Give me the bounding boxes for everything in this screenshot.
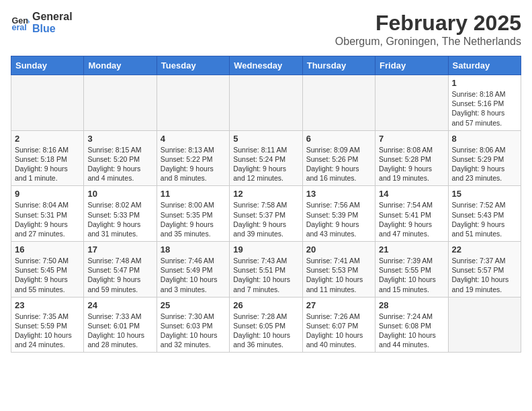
- day-info: Sunrise: 7:33 AM Sunset: 6:01 PM Dayligh…: [87, 312, 152, 350]
- day-info: Sunrise: 8:18 AM Sunset: 5:16 PM Dayligh…: [452, 89, 517, 128]
- day-info: Sunrise: 7:37 AM Sunset: 5:57 PM Dayligh…: [452, 256, 517, 294]
- calendar-week-5: 23Sunrise: 7:35 AM Sunset: 5:59 PM Dayli…: [11, 297, 521, 353]
- calendar-cell: [230, 75, 302, 131]
- day-number: 4: [161, 134, 226, 144]
- day-info: Sunrise: 8:06 AM Sunset: 5:29 PM Dayligh…: [452, 145, 517, 183]
- day-number: 14: [379, 189, 444, 199]
- day-number: 21: [379, 244, 444, 255]
- day-number: 13: [306, 189, 371, 199]
- day-header-friday: Friday: [375, 56, 448, 75]
- day-info: Sunrise: 7:24 AM Sunset: 6:08 PM Dayligh…: [379, 312, 444, 350]
- day-number: 18: [161, 244, 226, 255]
- day-info: Sunrise: 8:04 AM Sunset: 5:31 PM Dayligh…: [15, 200, 80, 238]
- day-number: 19: [233, 244, 298, 255]
- day-number: 23: [15, 300, 80, 310]
- day-number: 10: [87, 189, 152, 199]
- day-number: 6: [306, 134, 371, 144]
- day-number: 17: [87, 244, 152, 255]
- calendar-cell: 27Sunrise: 7:26 AM Sunset: 6:07 PM Dayli…: [302, 297, 375, 353]
- calendar-cell: 2Sunrise: 8:16 AM Sunset: 5:18 PM Daylig…: [11, 130, 84, 186]
- header: Gen eral General Blue February 2025 Ober…: [11, 11, 521, 48]
- day-number: 2: [15, 134, 80, 144]
- day-info: Sunrise: 7:26 AM Sunset: 6:07 PM Dayligh…: [306, 312, 371, 350]
- calendar-cell: 9Sunrise: 8:04 AM Sunset: 5:31 PM Daylig…: [11, 186, 84, 242]
- calendar-cell: 21Sunrise: 7:39 AM Sunset: 5:55 PM Dayli…: [375, 242, 448, 298]
- logo-line1: General: [32, 11, 73, 23]
- calendar-cell: 5Sunrise: 8:11 AM Sunset: 5:24 PM Daylig…: [230, 130, 302, 186]
- calendar-cell: 17Sunrise: 7:48 AM Sunset: 5:47 PM Dayli…: [84, 242, 157, 298]
- day-info: Sunrise: 7:30 AM Sunset: 6:03 PM Dayligh…: [161, 312, 226, 350]
- day-header-thursday: Thursday: [302, 56, 375, 75]
- day-info: Sunrise: 8:00 AM Sunset: 5:35 PM Dayligh…: [161, 200, 226, 238]
- day-number: 9: [15, 189, 80, 199]
- day-info: Sunrise: 7:28 AM Sunset: 6:05 PM Dayligh…: [233, 312, 298, 350]
- calendar-cell: 11Sunrise: 8:00 AM Sunset: 5:35 PM Dayli…: [157, 186, 229, 242]
- calendar-cell: 19Sunrise: 7:43 AM Sunset: 5:51 PM Dayli…: [230, 242, 302, 298]
- calendar-cell: 13Sunrise: 7:56 AM Sunset: 5:39 PM Dayli…: [302, 186, 375, 242]
- calendar-cell: 22Sunrise: 7:37 AM Sunset: 5:57 PM Dayli…: [448, 242, 521, 298]
- calendar-cell: 24Sunrise: 7:33 AM Sunset: 6:01 PM Dayli…: [84, 297, 157, 353]
- day-info: Sunrise: 7:56 AM Sunset: 5:39 PM Dayligh…: [306, 200, 371, 238]
- day-info: Sunrise: 8:13 AM Sunset: 5:22 PM Dayligh…: [161, 145, 226, 183]
- day-info: Sunrise: 7:58 AM Sunset: 5:37 PM Dayligh…: [233, 200, 298, 238]
- title-area: February 2025 Obergum, Groningen, The Ne…: [335, 11, 521, 48]
- calendar-cell: [302, 75, 375, 131]
- day-info: Sunrise: 8:08 AM Sunset: 5:28 PM Dayligh…: [379, 145, 444, 183]
- day-number: 22: [452, 244, 517, 255]
- calendar-cell: [84, 75, 157, 131]
- calendar-cell: 18Sunrise: 7:46 AM Sunset: 5:49 PM Dayli…: [157, 242, 229, 298]
- day-header-sunday: Sunday: [11, 56, 84, 75]
- day-number: 11: [161, 189, 226, 199]
- day-info: Sunrise: 7:39 AM Sunset: 5:55 PM Dayligh…: [379, 256, 444, 294]
- day-number: 24: [87, 300, 152, 310]
- day-info: Sunrise: 8:02 AM Sunset: 5:33 PM Dayligh…: [87, 200, 152, 238]
- day-number: 7: [379, 134, 444, 144]
- calendar-cell: 1Sunrise: 8:18 AM Sunset: 5:16 PM Daylig…: [448, 75, 521, 131]
- day-info: Sunrise: 7:46 AM Sunset: 5:49 PM Dayligh…: [161, 256, 226, 294]
- calendar-cell: 7Sunrise: 8:08 AM Sunset: 5:28 PM Daylig…: [375, 130, 448, 186]
- svg-text:eral: eral: [11, 23, 26, 32]
- day-info: Sunrise: 8:15 AM Sunset: 5:20 PM Dayligh…: [87, 145, 152, 183]
- day-info: Sunrise: 7:35 AM Sunset: 5:59 PM Dayligh…: [15, 312, 80, 350]
- day-number: 27: [306, 300, 371, 310]
- calendar-cell: 6Sunrise: 8:09 AM Sunset: 5:26 PM Daylig…: [302, 130, 375, 186]
- month-title: February 2025: [335, 11, 521, 36]
- calendar-week-2: 2Sunrise: 8:16 AM Sunset: 5:18 PM Daylig…: [11, 130, 521, 186]
- day-number: 26: [233, 300, 298, 310]
- day-number: 5: [233, 134, 298, 144]
- calendar-cell: 15Sunrise: 7:52 AM Sunset: 5:43 PM Dayli…: [448, 186, 521, 242]
- day-number: 1: [452, 78, 517, 88]
- day-info: Sunrise: 7:43 AM Sunset: 5:51 PM Dayligh…: [233, 256, 298, 294]
- day-info: Sunrise: 7:41 AM Sunset: 5:53 PM Dayligh…: [306, 256, 371, 294]
- calendar-cell: 26Sunrise: 7:28 AM Sunset: 6:05 PM Dayli…: [230, 297, 302, 353]
- day-number: 28: [379, 300, 444, 310]
- calendar-cell: 12Sunrise: 7:58 AM Sunset: 5:37 PM Dayli…: [230, 186, 302, 242]
- calendar-cell: 16Sunrise: 7:50 AM Sunset: 5:45 PM Dayli…: [11, 242, 84, 298]
- calendar-cell: 3Sunrise: 8:15 AM Sunset: 5:20 PM Daylig…: [84, 130, 157, 186]
- day-info: Sunrise: 7:54 AM Sunset: 5:41 PM Dayligh…: [379, 200, 444, 238]
- day-header-wednesday: Wednesday: [230, 56, 302, 75]
- day-number: 25: [161, 300, 226, 310]
- calendar-cell: [448, 297, 521, 353]
- calendar-cell: 28Sunrise: 7:24 AM Sunset: 6:08 PM Dayli…: [375, 297, 448, 353]
- day-info: Sunrise: 8:11 AM Sunset: 5:24 PM Dayligh…: [233, 145, 298, 183]
- calendar-cell: 25Sunrise: 7:30 AM Sunset: 6:03 PM Dayli…: [157, 297, 229, 353]
- day-number: 8: [452, 134, 517, 144]
- calendar-week-4: 16Sunrise: 7:50 AM Sunset: 5:45 PM Dayli…: [11, 242, 521, 298]
- calendar-week-1: 1Sunrise: 8:18 AM Sunset: 5:16 PM Daylig…: [11, 75, 521, 131]
- calendar-header-row: SundayMondayTuesdayWednesdayThursdayFrid…: [11, 56, 521, 75]
- day-info: Sunrise: 7:50 AM Sunset: 5:45 PM Dayligh…: [15, 256, 80, 294]
- calendar-cell: [375, 75, 448, 131]
- day-number: 3: [87, 134, 152, 144]
- logo-icon: Gen eral: [11, 13, 30, 32]
- day-number: 16: [15, 244, 80, 255]
- calendar-cell: 14Sunrise: 7:54 AM Sunset: 5:41 PM Dayli…: [375, 186, 448, 242]
- calendar-cell: 10Sunrise: 8:02 AM Sunset: 5:33 PM Dayli…: [84, 186, 157, 242]
- day-header-tuesday: Tuesday: [157, 56, 229, 75]
- day-info: Sunrise: 7:48 AM Sunset: 5:47 PM Dayligh…: [87, 256, 152, 294]
- day-info: Sunrise: 8:16 AM Sunset: 5:18 PM Dayligh…: [15, 145, 80, 183]
- logo-line2: Blue: [32, 23, 73, 35]
- calendar: SundayMondayTuesdayWednesdayThursdayFrid…: [11, 56, 521, 353]
- calendar-cell: [157, 75, 229, 131]
- calendar-cell: 8Sunrise: 8:06 AM Sunset: 5:29 PM Daylig…: [448, 130, 521, 186]
